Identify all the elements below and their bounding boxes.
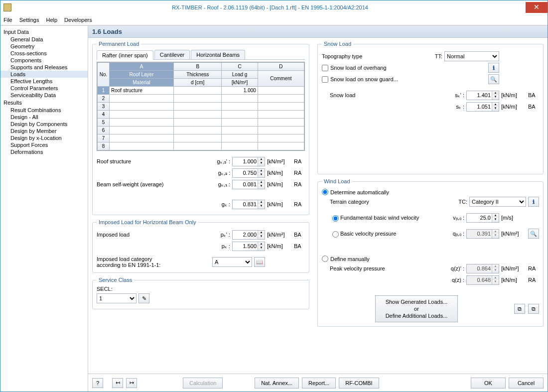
paste-icon[interactable]: ⧉ <box>528 304 539 314</box>
gk1-input[interactable]: ▲▼ <box>232 180 265 189</box>
show-define-loads-button[interactable]: Show Generated Loads...orDefine Addition… <box>375 295 458 322</box>
tag: RA <box>292 170 305 176</box>
sk2-input[interactable]: ▲▼ <box>466 102 499 112</box>
menu-file[interactable]: File <box>3 17 12 23</box>
prev-button[interactable]: ↤ <box>112 378 123 388</box>
gk2-input[interactable]: ▲▼ <box>232 168 265 178</box>
menu-developers[interactable]: Developers <box>64 17 92 23</box>
col-sub: Comment <box>258 71 304 87</box>
tree-item[interactable]: Serviceability Data <box>0 92 88 99</box>
report-button[interactable]: Report... <box>302 378 336 389</box>
tc-select[interactable]: Category II <box>469 197 526 207</box>
snowguard-check[interactable]: Snow load on snow guard... <box>322 76 398 83</box>
define-manual-radio[interactable] <box>322 256 328 262</box>
tag: BA <box>526 104 539 110</box>
topo-label: Topography type <box>322 53 424 59</box>
beam-sw-label: Beam self-weight (average) <box>97 181 212 187</box>
unit: [kN/m] <box>265 201 292 207</box>
tab-rafter[interactable]: Rafter (inner span) <box>97 50 153 60</box>
gk-input[interactable]: ▲▼ <box>232 200 265 209</box>
tree-group-results[interactable]: Results <box>0 99 88 107</box>
load-table[interactable]: No. A B C D Roof LayerThicknessLoad gCom… <box>97 62 305 151</box>
tree-item[interactable]: Support Forces <box>0 141 88 148</box>
footer: ? ↤ ↦ Calculation Nat. Annex... Report..… <box>88 374 548 392</box>
service-class-group: Service Class SECL: 1 ✎ <box>92 277 309 309</box>
page-title: 1.6 Loads <box>88 26 548 38</box>
cell[interactable] <box>258 87 304 95</box>
col-b[interactable]: B <box>174 63 222 71</box>
determine-auto-radio[interactable] <box>322 189 328 195</box>
sym: vᵦ,₀ : <box>446 215 466 221</box>
pk1-input[interactable]: ▲▼ <box>232 230 265 240</box>
snow-legend: Snow Load <box>322 41 353 47</box>
tree-item[interactable]: Effective Lengths <box>0 78 88 85</box>
nat-annex-button[interactable]: Nat. Annex... <box>255 378 299 389</box>
sym: q(z) : <box>446 277 466 283</box>
cell[interactable] <box>174 87 222 95</box>
tree-item[interactable]: Design by x-Location <box>0 134 88 141</box>
tag: BA <box>292 232 305 238</box>
tree-item[interactable]: Result Combinations <box>0 107 88 114</box>
cell[interactable]: Roof structure <box>110 87 174 95</box>
overhang-check[interactable]: Snow load of overhang <box>322 65 387 71</box>
tab-cantilever[interactable]: Cantilever <box>154 50 190 59</box>
tree-item[interactable]: Control Parameters <box>0 85 88 92</box>
info-icon[interactable]: ℹ <box>528 197 539 207</box>
calculation-button[interactable]: Calculation <box>183 378 223 389</box>
tree-item[interactable]: Design by Components <box>0 121 88 128</box>
rf-combi-button[interactable]: RF-COMBI <box>339 378 379 389</box>
imposed-load-group: Imposed Load for Horizontal Beam Only Im… <box>92 219 309 273</box>
tree-item[interactable]: Deformations <box>0 148 88 155</box>
col-sub: d [cm] <box>174 79 222 87</box>
sym: TT: <box>424 53 444 59</box>
tree-item-loads[interactable]: Loads <box>0 71 88 78</box>
nav-tree[interactable]: Input Data General Data Geometry Cross-s… <box>0 26 88 392</box>
library-button[interactable]: 📖 <box>254 257 265 267</box>
category-select[interactable]: A <box>212 257 252 267</box>
secl-edit-button[interactable]: ✎ <box>138 293 149 303</box>
sym: gₖ : <box>212 201 232 208</box>
pk2-input[interactable]: ▲▼ <box>232 242 265 251</box>
tag: RA <box>292 181 305 187</box>
details-button[interactable]: 🔍 <box>528 229 539 239</box>
info-icon[interactable]: ℹ <box>488 63 499 73</box>
sym: TC: <box>449 199 469 205</box>
tree-group-input[interactable]: Input Data <box>0 28 88 36</box>
close-button[interactable]: ✕ <box>526 2 548 13</box>
menu-settings[interactable]: Settings <box>19 17 39 23</box>
tree-item[interactable]: Design - All <box>0 114 88 121</box>
cancel-button[interactable]: Cancel <box>509 378 544 389</box>
roof-structure-label: Roof structure <box>97 158 212 164</box>
tree-item[interactable]: Cross-sections <box>0 50 88 57</box>
gk2p-input[interactable]: ▲▼ <box>232 157 265 166</box>
tree-item[interactable]: Supports and Releases <box>0 64 88 71</box>
fundamental-radio[interactable] <box>332 215 339 222</box>
tree-item[interactable]: Components <box>0 57 88 64</box>
ok-button[interactable]: OK <box>471 378 506 389</box>
tab-horizontal[interactable]: Horizontal Beams <box>191 50 245 59</box>
tree-item[interactable]: Design by Member <box>0 128 88 134</box>
sk1-input[interactable]: ▲▼ <box>466 91 499 100</box>
menu-help[interactable]: Help <box>46 17 57 23</box>
permanent-load-legend: Permanent Load <box>97 41 141 47</box>
col-d[interactable]: D <box>258 63 304 71</box>
secl-label: SECL: <box>97 286 113 292</box>
secl-select[interactable]: 1 <box>97 293 137 303</box>
tree-item[interactable]: General Data <box>0 36 88 43</box>
col-a[interactable]: A <box>110 63 174 71</box>
wind-legend: Wind Load <box>322 178 352 184</box>
unit: [m/s] <box>499 215 526 221</box>
sym: sₖ : <box>446 104 466 110</box>
copy-icon[interactable]: ⧉ <box>514 304 525 314</box>
tag: RA <box>292 158 305 164</box>
col-c[interactable]: C <box>222 63 258 71</box>
cell[interactable]: 1.000 <box>222 87 258 95</box>
basic-vp-radio[interactable] <box>332 231 339 238</box>
tree-item[interactable]: Geometry <box>0 43 88 50</box>
vb0-input[interactable]: ▲▼ <box>466 213 499 223</box>
next-button[interactable]: ↦ <box>126 378 137 388</box>
tt-select[interactable]: Normal <box>444 51 499 61</box>
details-button[interactable]: 🔍 <box>488 74 499 84</box>
lbl: Snow load on snow guard... <box>330 76 398 82</box>
help-button[interactable]: ? <box>92 378 103 388</box>
